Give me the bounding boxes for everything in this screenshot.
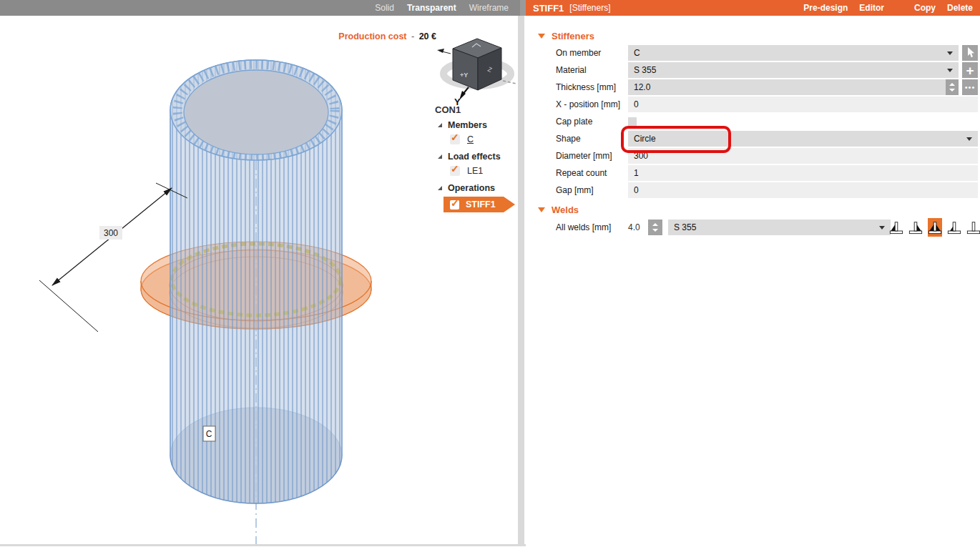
collapse-triangle-icon[interactable] (538, 207, 545, 212)
repeat-count-input[interactable]: 1 (628, 165, 978, 181)
chevron-down-icon (947, 69, 953, 72)
weld-type-selector (889, 218, 980, 237)
weld-material-dropdown[interactable]: S 355 (668, 220, 891, 235)
section-stiffeners[interactable]: Stiffeners (538, 30, 594, 41)
checkbox-checked[interactable]: ✓ (450, 166, 460, 176)
butt-weld-icon[interactable] (966, 218, 980, 237)
spin-up-icon[interactable] (652, 223, 658, 226)
view-mode-solid[interactable]: Solid (375, 3, 394, 13)
viewport-bottom-edge (0, 544, 526, 546)
ellipsis-icon: ••• (965, 84, 976, 91)
row-gap: Gap [mm] 0 (526, 182, 980, 198)
tree-item-member-c[interactable]: ✓ C (450, 134, 474, 144)
model-3d-scene: 300 C +Y Z Y (0, 16, 517, 547)
panel-splitter[interactable] (518, 16, 524, 545)
shape-dropdown[interactable]: Circle (628, 131, 978, 147)
production-cost-dash: - (411, 31, 414, 41)
section-welds[interactable]: Welds (538, 204, 579, 215)
model-viewport[interactable]: 300 C +Y Z Y Production cost - 20 € (0, 16, 517, 547)
tree-group-members[interactable]: Members (438, 120, 487, 130)
plus-icon: + (966, 64, 974, 77)
tree-item-stiff1-selected[interactable]: ✓ STIFF1 (444, 197, 515, 212)
thickness-more-button[interactable]: ••• (962, 79, 978, 95)
check-icon: ✓ (451, 163, 459, 174)
member-tag-label: C (206, 429, 212, 439)
operation-title: STIFF1 (533, 3, 564, 14)
diameter-input[interactable]: 300 (628, 148, 978, 164)
chevron-down-icon (966, 137, 972, 141)
actions-gap (896, 3, 903, 13)
chevron-down-icon (947, 51, 953, 55)
idea-statica-connection-window: { "topbar": { "modes": [ {"label": "Soli… (0, 0, 980, 547)
operation-subtitle: [Stiffeners] (569, 3, 610, 13)
row-thickness: Thickness [mm] 12.0 ••• (526, 79, 980, 95)
row-on-member: On member C (526, 45, 980, 61)
member-cylinder[interactable] (170, 60, 342, 503)
fillet-weld-left-icon[interactable] (889, 218, 903, 237)
pick-member-button[interactable] (962, 45, 978, 61)
spin-up-icon[interactable] (949, 83, 955, 86)
weld-size-value[interactable]: 4.0 (628, 220, 640, 235)
row-diameter: Diameter [mm] 300 (526, 148, 980, 164)
editor-button[interactable]: Editor (859, 3, 884, 13)
spin-down-icon[interactable] (652, 229, 658, 232)
fillet-weld-both-icon-selected[interactable] (928, 218, 942, 237)
production-cost: Production cost - 20 € (283, 31, 436, 41)
production-cost-value: 20 € (419, 31, 436, 41)
expander-icon[interactable] (438, 123, 442, 127)
add-material-button[interactable]: + (962, 62, 978, 78)
operation-title-bar: STIFF1 [Stiffeners] Pre-design Editor Co… (526, 0, 980, 16)
delete-button[interactable]: Delete (947, 3, 973, 13)
view-mode-transparent[interactable]: Transparent (407, 3, 456, 13)
check-icon: ✓ (451, 132, 459, 143)
on-member-dropdown[interactable]: C (628, 45, 959, 61)
thickness-input[interactable]: 12.0 (628, 79, 959, 95)
copy-button[interactable]: Copy (914, 3, 936, 13)
production-cost-label: Production cost (338, 31, 406, 41)
collapse-triangle-icon[interactable] (538, 34, 545, 39)
row-shape: Shape Circle (526, 131, 980, 147)
x-position-input[interactable]: 0 (628, 97, 978, 112)
row-all-welds: All welds [mm] 4.0 S 355 (526, 220, 980, 238)
material-dropdown[interactable]: S 355 (628, 62, 959, 78)
tree-root-con1[interactable]: CON1 (435, 104, 461, 115)
view-cube[interactable]: +Y Z Y (437, 39, 517, 107)
check-icon: ✓ (451, 197, 459, 209)
predesign-button[interactable]: Pre-design (803, 3, 848, 13)
row-x-position: X - position [mm] 0 (526, 97, 980, 112)
cursor-icon (966, 47, 975, 59)
bevel-weld-icon[interactable] (947, 218, 961, 237)
chevron-down-icon (879, 226, 885, 230)
thickness-spinner[interactable] (946, 79, 959, 95)
weld-size-spinner[interactable] (648, 220, 662, 235)
tree-item-le1[interactable]: ✓ LE1 (450, 166, 483, 176)
checkbox-checked[interactable]: ✓ (450, 200, 459, 210)
expander-icon[interactable] (438, 154, 442, 159)
cap-plate-checkbox[interactable] (628, 117, 637, 126)
cube-front-label: +Y (460, 72, 468, 79)
tree-group-operations[interactable]: Operations (438, 183, 495, 193)
member-tag[interactable]: C (203, 426, 215, 441)
fillet-weld-right-icon[interactable] (908, 218, 923, 237)
view-mode-bar: Solid Transparent Wireframe (0, 0, 520, 16)
view-mode-wireframe[interactable]: Wireframe (469, 3, 509, 13)
gap-input[interactable]: 0 (628, 182, 978, 198)
row-repeat-count: Repeat count 1 (526, 165, 980, 181)
checkbox-checked[interactable]: ✓ (450, 134, 460, 144)
row-material: Material S 355 + (526, 62, 980, 78)
dimension-value: 300 (104, 228, 118, 238)
row-cap-plate: Cap plate (526, 114, 980, 129)
topbar-divider (520, 0, 526, 16)
spin-down-icon[interactable] (949, 89, 955, 92)
tree-group-load-effects[interactable]: Load effects (438, 152, 501, 162)
expander-icon[interactable] (438, 186, 442, 190)
properties-panel: Stiffeners On member C Material S 355 + … (526, 16, 980, 547)
